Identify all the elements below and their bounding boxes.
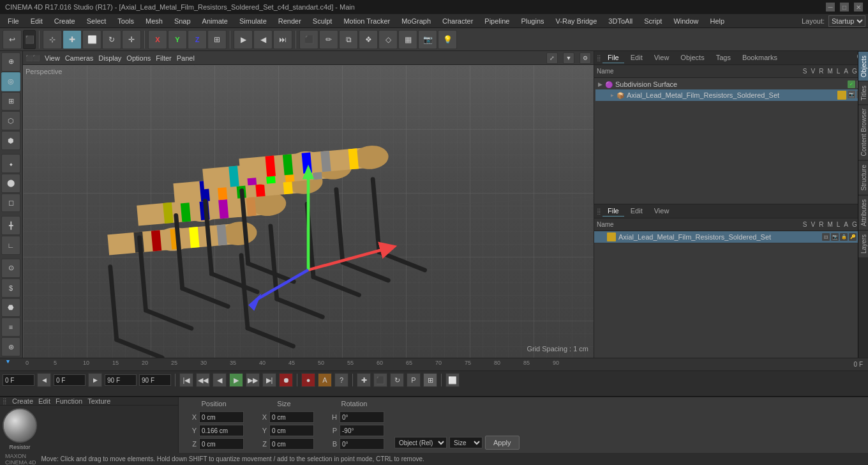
tc-goto-end[interactable]: ▶|	[262, 373, 276, 387]
attr-tab-edit[interactable]: Edit	[625, 206, 648, 217]
mat-menu-edit[interactable]: Edit	[38, 397, 50, 405]
clone-btn[interactable]: ⧉	[339, 30, 358, 49]
apply-button[interactable]: Apply	[485, 436, 520, 450]
tab-view[interactable]: View	[649, 52, 675, 63]
cube-btn[interactable]: ⬛	[299, 30, 318, 49]
size-y-field[interactable]	[269, 425, 314, 436]
menu-vray[interactable]: V-Ray Bridge	[551, 16, 602, 26]
x-axis-btn[interactable]: X	[148, 30, 167, 49]
mat-menu-create[interactable]: Create	[12, 397, 33, 405]
y-axis-btn[interactable]: Y	[168, 30, 187, 49]
viewport-menu-display[interactable]: Display	[98, 54, 121, 62]
tc-goto-start[interactable]: |◀	[179, 373, 193, 387]
menu-edit[interactable]: Edit	[26, 16, 48, 26]
play-back-btn[interactable]: ◀	[253, 30, 273, 49]
start-frame-field[interactable]	[3, 374, 34, 386]
tc-move-btn[interactable]: ✚	[357, 373, 371, 387]
undo-button[interactable]: ↩	[3, 30, 22, 49]
scale-tool[interactable]: ⬜	[82, 30, 101, 49]
rot-p-field[interactable]	[340, 425, 384, 436]
tool-paint[interactable]: $	[1, 278, 20, 298]
tc-auto-btn[interactable]: A	[318, 373, 332, 387]
menu-simulate[interactable]: Simulate	[234, 16, 272, 26]
tool-move[interactable]: ╋	[1, 216, 20, 235]
side-tab-layers[interactable]: Layers	[858, 230, 868, 257]
side-tab-titles[interactable]: Titles	[858, 81, 868, 105]
maximize-button[interactable]: □	[840, 3, 849, 11]
obj-item-resistors[interactable]: ▸ 📦 Axial_Lead_Metal_Film_Resistors_Sold…	[595, 89, 867, 101]
tc-path-btn[interactable]: P	[407, 373, 421, 387]
menu-file[interactable]: File	[3, 16, 24, 26]
tool-lasso[interactable]: ∟	[1, 236, 20, 255]
transform-tool[interactable]: ✛	[122, 30, 141, 49]
material-item-resistor[interactable]: Resistor	[3, 408, 37, 450]
menu-snap[interactable]: Snap	[169, 16, 196, 26]
tab-edit[interactable]: Edit	[625, 52, 648, 63]
tc-play[interactable]: ▶	[229, 373, 243, 387]
pos-x-field[interactable]	[199, 411, 244, 423]
coord-mode-select[interactable]: Object (Rel) Object (Abs) World	[394, 437, 447, 448]
pos-y-field[interactable]	[199, 425, 244, 436]
side-tab-structure[interactable]: Structure	[858, 160, 868, 195]
tc-prev-btn[interactable]: ◀	[37, 373, 51, 387]
tool-snap2[interactable]: ⊛	[1, 337, 20, 356]
tc-key-btn[interactable]: ⬛	[373, 373, 387, 387]
tab-file[interactable]: File	[602, 52, 624, 63]
camera-btn[interactable]: 📷	[418, 30, 437, 49]
scene-btn[interactable]: ▦	[398, 30, 417, 49]
play-btn[interactable]: ▶	[234, 30, 253, 49]
side-tab-content-browser[interactable]: Content Browser	[858, 104, 868, 160]
tc-step-fwd[interactable]: ▶▶	[246, 373, 260, 387]
min-frame-field[interactable]	[139, 374, 171, 386]
viewport-down-btn[interactable]: ▼	[563, 52, 574, 64]
obj-item-subdivision[interactable]: ▶ 🟣 Subdivision Surface ✓ •	[595, 79, 867, 89]
light-btn[interactable]: 💡	[438, 30, 457, 49]
viewport-settings-btn[interactable]: ⚙	[580, 52, 591, 64]
viewport-menu-view[interactable]: View	[45, 54, 60, 62]
rot-h-field[interactable]	[340, 411, 384, 423]
tool-stamp[interactable]: ⬣	[1, 298, 20, 317]
tool-edges[interactable]: ⬤	[1, 174, 20, 193]
rot-b-field[interactable]	[340, 438, 384, 450]
world-axis-btn[interactable]: ⊞	[207, 30, 227, 49]
material-ball-resistor[interactable]	[3, 408, 37, 443]
side-tab-objects[interactable]: Objects	[858, 51, 868, 81]
viewport-menu-filter[interactable]: Filter	[156, 54, 171, 62]
attr-tab-view[interactable]: View	[649, 206, 675, 217]
step-fwd-btn[interactable]: ⏭	[273, 30, 292, 49]
redo-button[interactable]: ⬛	[23, 30, 36, 49]
tc-grid-btn[interactable]: ⊞	[423, 373, 437, 387]
tc-help-btn[interactable]: ?	[334, 373, 348, 387]
size-x-field[interactable]	[269, 411, 314, 423]
tc-record-btn[interactable]: ●	[301, 373, 315, 387]
tc-step-back[interactable]: ◀◀	[196, 373, 210, 387]
size-z-field[interactable]	[269, 438, 314, 450]
layout-select[interactable]: Startup	[828, 15, 865, 27]
menu-motion-tracker[interactable]: Motion Tracker	[338, 16, 395, 26]
end-frame-field[interactable]	[105, 374, 137, 386]
menu-window[interactable]: Window	[668, 16, 703, 26]
viewport-menu-options[interactable]: Options	[126, 54, 151, 62]
viewport-menu-panel[interactable]: Panel	[177, 54, 195, 62]
menu-script[interactable]: Script	[639, 16, 667, 26]
tool-object[interactable]: ◎	[1, 72, 20, 91]
tool-points[interactable]: ⬥	[1, 154, 20, 173]
close-button[interactable]: ✕	[854, 3, 863, 11]
pos-z-field[interactable]	[199, 438, 244, 450]
menu-animate[interactable]: Animate	[197, 16, 233, 26]
rotate-tool[interactable]: ↻	[102, 30, 121, 49]
tool-smooth[interactable]: ⊙	[1, 259, 20, 278]
tool-layers[interactable]: ≡	[1, 317, 20, 337]
side-tab-attributes[interactable]: Attributes	[858, 195, 868, 230]
viewport-menu-cameras[interactable]: Cameras	[65, 54, 94, 62]
menu-plugins[interactable]: Plugins	[516, 16, 549, 26]
menu-sculpt[interactable]: Sculpt	[308, 16, 338, 26]
current-frame-field[interactable]	[54, 374, 86, 386]
attr-tab-file[interactable]: File	[602, 206, 624, 217]
tab-bookmarks[interactable]: Bookmarks	[737, 52, 782, 63]
attr-item-resistors[interactable]: Axial_Lead_Metal_Film_Resistors_Soldered…	[594, 231, 868, 243]
minimize-button[interactable]: ─	[826, 3, 835, 11]
menu-3dtoall[interactable]: 3DToAll	[603, 16, 638, 26]
menu-select[interactable]: Select	[82, 16, 112, 26]
tool-uv[interactable]: ⬢	[1, 131, 20, 150]
